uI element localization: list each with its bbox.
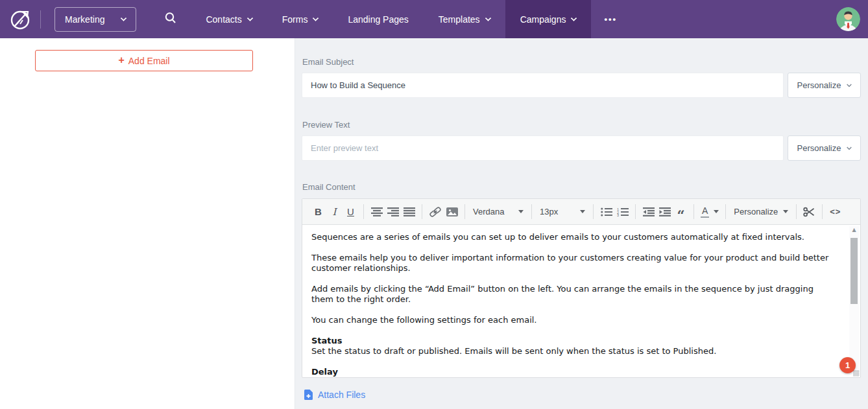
outdent-button[interactable] xyxy=(640,204,657,220)
nav-item-label: Contacts xyxy=(206,14,241,25)
cut-button[interactable] xyxy=(801,204,817,220)
nav-more-button[interactable]: ••• xyxy=(591,0,630,38)
personalize-label: Personalize xyxy=(797,143,841,153)
font-size-select[interactable]: 13px xyxy=(536,204,588,220)
underline-button[interactable]: U xyxy=(343,204,359,220)
workspace-switcher[interactable]: Marketing xyxy=(54,7,136,32)
editor-toolbar: B I U xyxy=(302,199,860,225)
chevron-down-icon xyxy=(571,15,577,21)
navbar-divider xyxy=(40,10,41,29)
caret-down-icon xyxy=(518,210,524,213)
personalize-label: Personalize xyxy=(797,80,841,90)
bullet-list-icon xyxy=(601,207,612,216)
workspace-label: Marketing xyxy=(65,14,104,25)
resize-handle[interactable] xyxy=(853,370,860,377)
caret-down-icon xyxy=(783,210,788,213)
editor-paragraph: You can change the following settings fo… xyxy=(311,315,837,325)
insert-image-button[interactable] xyxy=(444,204,460,220)
toolbar-separator xyxy=(822,204,823,219)
notification-badge[interactable]: 1 xyxy=(839,357,856,373)
add-email-label: Add Email xyxy=(128,56,170,66)
toolbar-separator xyxy=(725,204,726,219)
toolbar-separator xyxy=(422,204,422,219)
link-icon xyxy=(429,207,442,217)
nav-item-label: Templates xyxy=(439,14,480,25)
align-justify-icon xyxy=(404,207,415,216)
subject-personalize-button[interactable]: Personalize xyxy=(788,73,861,98)
rich-text-editor: B I U xyxy=(302,198,861,378)
nav-item-campaigns[interactable]: Campaigns xyxy=(505,0,592,38)
outdent-icon xyxy=(643,207,655,216)
add-email-button[interactable]: + Add Email xyxy=(35,50,253,71)
search-icon xyxy=(163,11,178,25)
numbered-list-icon: 1 2 3 xyxy=(617,207,629,216)
toolbar-separator xyxy=(464,204,465,219)
preview-text-input[interactable] xyxy=(302,135,784,161)
top-navbar: Marketing Contacts Forms Landing Pages T… xyxy=(0,0,868,38)
editor-heading-delay: Delay xyxy=(311,367,837,377)
nav-item-label: Landing Pages xyxy=(348,14,408,25)
scroll-up-icon[interactable]: ▲ xyxy=(849,226,859,234)
personalize-label: Personalize xyxy=(734,207,778,216)
blockquote-button[interactable]: “ xyxy=(673,204,689,220)
align-right-button[interactable] xyxy=(385,204,401,220)
preview-personalize-button[interactable]: Personalize xyxy=(788,135,861,161)
attach-files-button[interactable]: Attach Files xyxy=(302,389,369,401)
chevron-down-icon xyxy=(121,15,127,21)
scrollbar-thumb[interactable] xyxy=(850,238,858,304)
nav-item-templates[interactable]: Templates xyxy=(424,0,505,38)
attach-files-label: Attach Files xyxy=(318,390,365,400)
nav-item-forms[interactable]: Forms xyxy=(267,0,333,38)
insert-link-button[interactable] xyxy=(427,204,444,220)
toolbar-separator xyxy=(363,204,364,219)
align-center-button[interactable] xyxy=(368,204,385,220)
chevron-down-icon xyxy=(313,15,319,21)
user-avatar[interactable] xyxy=(836,7,860,31)
indent-icon xyxy=(659,207,671,216)
toolbar-separator xyxy=(593,204,594,219)
main-navigation: Contacts Forms Landing Pages Templates C… xyxy=(191,0,630,38)
font-family-value: Verdana xyxy=(473,207,504,216)
sequence-email-list-panel: + Add Email xyxy=(0,38,295,409)
indent-button[interactable] xyxy=(657,204,673,220)
email-subject-input[interactable] xyxy=(302,73,784,98)
toolbar-separator xyxy=(531,204,532,219)
app-logo[interactable] xyxy=(0,0,32,38)
email-editor-panel: Email Subject Personalize Preview Text P… xyxy=(295,38,868,409)
email-content-label: Email Content xyxy=(302,182,861,192)
italic-button[interactable]: I xyxy=(326,204,343,220)
preview-text-row: Personalize xyxy=(302,135,861,161)
chevron-down-icon xyxy=(247,15,253,21)
toolbar-separator xyxy=(796,204,797,219)
editor-content-area[interactable]: Sequences are a series of emails you can… xyxy=(302,225,860,377)
preview-text-label: Preview Text xyxy=(302,120,861,130)
nav-item-contacts[interactable]: Contacts xyxy=(191,0,267,38)
bold-button[interactable]: B xyxy=(310,204,326,220)
email-subject-label: Email Subject xyxy=(302,57,861,67)
chevron-down-icon xyxy=(847,82,852,87)
chevron-down-icon xyxy=(847,145,852,150)
font-family-select[interactable]: Verdana xyxy=(470,204,527,220)
editor-paragraph: Set the status to draft or published. Em… xyxy=(311,346,837,356)
attach-file-icon xyxy=(304,390,313,400)
font-size-value: 13px xyxy=(540,207,558,216)
editor-heading-status: Status xyxy=(311,336,837,346)
bullet-list-button[interactable] xyxy=(598,204,614,220)
text-color-letter: A xyxy=(701,205,709,218)
caret-down-icon xyxy=(580,210,585,213)
editor-paragraph: These emails help you to deliver importa… xyxy=(311,253,837,274)
nav-item-landing-pages[interactable]: Landing Pages xyxy=(333,0,423,38)
chevron-down-icon xyxy=(485,15,491,21)
align-justify-button[interactable] xyxy=(401,204,417,220)
search-button[interactable] xyxy=(161,8,180,30)
text-color-button[interactable]: A xyxy=(699,204,721,220)
code-view-button[interactable]: <> xyxy=(827,204,843,220)
email-subject-row: Personalize xyxy=(302,73,861,98)
editor-scrollbar[interactable]: ▲ xyxy=(849,226,859,375)
align-center-icon xyxy=(371,207,383,216)
editor-personalize-dropdown[interactable]: Personalize xyxy=(730,204,791,220)
logo-icon xyxy=(10,8,32,30)
more-dots-icon: ••• xyxy=(604,14,617,24)
align-right-icon xyxy=(387,207,399,216)
numbered-list-button[interactable]: 1 2 3 xyxy=(614,204,631,220)
